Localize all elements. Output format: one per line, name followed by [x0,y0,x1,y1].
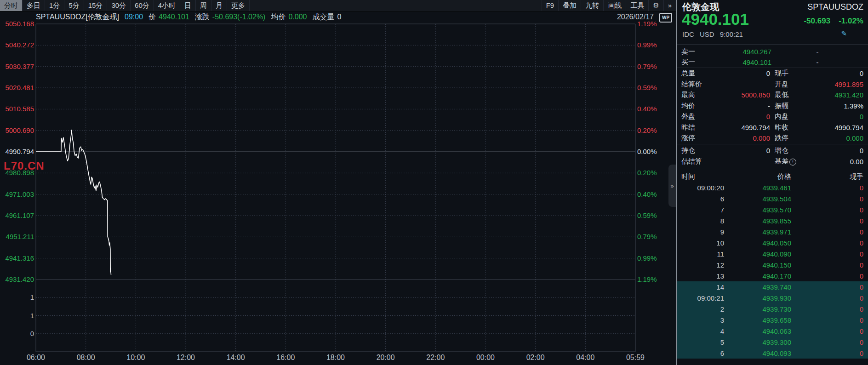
stat-label: 最高 [681,91,714,99]
percent-axis-label: 0.79% [637,63,657,71]
tick-volume: 0 [791,316,863,324]
period-tab[interactable]: 15分 [84,0,108,11]
period-tab[interactable]: 4小时 [154,0,180,11]
edit-pencil-icon[interactable]: ✎ [841,29,847,38]
tick-price: 4940.093 [724,349,791,357]
info-icon[interactable]: ! [789,159,796,165]
tick-time: 7 [681,206,724,214]
overlay-button[interactable]: 叠加 [558,0,581,11]
gear-icon[interactable]: ⚙ [648,0,663,11]
period-tab[interactable]: 分时 [0,0,23,11]
tick-price: 4939.730 [724,305,791,313]
tick-time: 10 [681,239,724,247]
last-price: 4940.101 [682,10,749,29]
instrument-code: SPTAUUSDOZ [807,2,863,12]
tick-volume: 0 [791,206,863,214]
tick-price: 4939.971 [724,228,791,236]
tick-volume: 0 [791,228,863,236]
stat-label: 昨收 [775,123,807,132]
period-tab[interactable]: 月 [211,0,227,11]
tick-time: 5 [681,338,724,346]
stat-label: 内盘 [775,112,807,121]
period-tab[interactable]: 周 [196,0,211,11]
tick-row[interactable]: 24939.7300 [677,303,868,314]
tick-volume: 0 [791,305,863,313]
tick-time: 2 [681,305,724,313]
chevron-right-icon: » [670,182,674,189]
ask-price: 4940.267 [714,48,771,56]
tick-volume: 0 [791,261,863,269]
tick-row[interactable]: 44940.0630 [677,325,868,336]
time-axis-label: 00:00 [471,354,500,362]
period-tab[interactable]: 5分 [64,0,84,11]
period-tab[interactable]: 60分 [131,0,154,11]
price-column-header: 价格 [724,172,791,181]
tick-row[interactable]: 114940.0900 [677,248,868,259]
tools-button[interactable]: 工具 [626,0,648,11]
tick-row[interactable]: 64939.5040 [677,193,868,204]
nine-turn-button[interactable]: 九转 [581,0,603,11]
collapse-panel-handle[interactable]: » [668,165,676,207]
period-tab[interactable]: 30分 [107,0,131,11]
tick-row[interactable]: 94939.9710 [677,226,868,237]
tick-price: 4940.063 [724,327,791,335]
period-tab[interactable]: 更多 [227,0,250,11]
percent-axis-label: 0.59% [637,211,657,220]
draw-line-button[interactable]: 画线 [603,0,626,11]
price-line-chart [0,23,676,365]
quote-time: 09:00 [125,13,143,21]
stat-row: 昨结4990.794昨收4990.794 [677,122,868,133]
tick-row[interactable]: 09:00:214939.9300 [677,292,868,303]
time-axis-label: 16:00 [271,354,300,362]
time-axis-label: 10:00 [121,354,150,362]
tick-row[interactable]: 84939.8550 [677,215,868,226]
tick-price: 4939.658 [724,316,791,324]
change-value: -50.693(-1.02%) [212,13,266,21]
tick-row[interactable]: 104940.0500 [677,237,868,248]
time-axis-label: 18:00 [321,354,350,362]
tick-row[interactable]: 34939.6580 [677,314,868,325]
price-axis-label: 5000.690 [0,126,34,135]
tick-row[interactable]: 144939.7400 [677,281,868,292]
stat-label: 开盘 [775,80,807,89]
f9-button[interactable]: F9 [542,0,559,11]
toolbar-buttons: F9叠加九转画线工具⚙» [542,0,676,11]
stat-label: 跌停 [775,134,807,143]
bid-price: 4940.101 [714,58,771,66]
divider [677,144,868,144]
tick-volume: 0 [791,294,863,302]
wp-monitor-icon[interactable]: WP [659,13,672,23]
percent-axis-label: 0.59% [637,84,657,92]
more-icon[interactable]: » [663,0,676,11]
stat-row: 总量0现手0 [677,68,868,79]
period-tab[interactable]: 日 [180,0,196,11]
tick-row[interactable]: 134940.1700 [677,270,868,281]
time-axis-label: 14:00 [221,354,251,362]
tick-price: 4939.461 [724,184,791,192]
tick-row[interactable]: 74939.5700 [677,204,868,215]
tick-time: 14 [681,283,724,291]
tick-row[interactable]: 09:00:204939.4610 [677,182,868,193]
toolbar-spacer [250,0,542,11]
tick-price: 4940.170 [724,272,791,280]
stat-row: 涨停0.000跌停0.000 [677,133,868,144]
tick-row[interactable]: 124940.1500 [677,259,868,270]
price-axis-label: 5030.377 [0,63,34,71]
tick-price: 4939.740 [724,283,791,291]
quote-info-bar: SPTAUUSDOZ[伦敦金现] 09:00 价 4940.101 涨跌 -50… [0,11,676,23]
percent-axis-label: 0.20% [637,169,657,177]
tick-price: 4939.930 [724,294,791,302]
tick-volume: 0 [791,327,863,335]
symbol-label: SPTAUUSDOZ[伦敦金现] [36,12,119,22]
stat-value: 0.000 [714,134,770,142]
tick-time: 6 [681,349,724,357]
tick-row[interactable]: 54939.3000 [677,336,868,348]
time-axis-label: 05:59 [621,354,650,362]
change-amount: -50.693 [804,17,830,25]
period-tab[interactable]: 1分 [45,0,64,11]
tick-volume: 0 [791,283,863,291]
tick-row[interactable]: 64940.0930 [677,348,868,359]
stat-label: 均价 [681,102,714,110]
percent-axis-label: 1.19% [637,20,657,28]
period-tab[interactable]: 多日 [23,0,45,11]
